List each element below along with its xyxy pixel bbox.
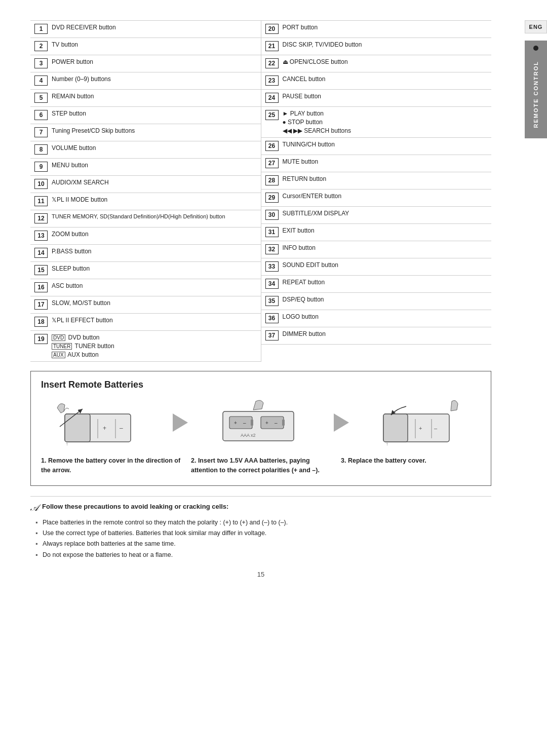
btn-label: TV button [52, 41, 78, 49]
btn-num: 29 [265, 193, 279, 203]
btn-label: ► PLAY button● STOP button◀◀ ▶▶ SEARCH b… [283, 109, 351, 135]
batteries-steps: 1. Remove the battery cover in the direc… [41, 456, 481, 475]
btn-label: EXIT button [283, 226, 315, 235]
btn-label: REMAIN button [52, 92, 94, 101]
btn-num: 24 [265, 93, 279, 103]
diagram-replace-svg: ↑ + – [376, 399, 467, 447]
btn-label: DISC SKIP, TV/VIDEO button [283, 41, 362, 49]
eng-tab: ENG [525, 20, 547, 33]
btn-num: 34 [265, 279, 279, 289]
button-row-7: 7Tuning Preset/CD Skip buttons [30, 124, 261, 141]
btn-label: POWER button [52, 58, 93, 66]
btn-label: TUNER MEMORY, SD(Standard Definition)/HD… [52, 213, 225, 220]
button-row-6: 6STEP button [30, 107, 261, 124]
button-row-4: 4Number (0–9) buttons [30, 72, 261, 90]
btn-label: SOUND EDIT button [283, 261, 338, 270]
btn-num: 2 [34, 41, 48, 51]
btn-num: 30 [265, 210, 279, 220]
btn-label: SLEEP button [52, 264, 90, 273]
svg-rect-13 [282, 420, 285, 426]
btn-num: 31 [265, 227, 279, 237]
button-row-36: 36LOGO button [261, 310, 492, 327]
left-column: 1DVD RECEIVER button2TV button3POWER but… [30, 21, 261, 362]
btn-num: 1 [34, 24, 48, 34]
precaution-item: Place batteries in the remote control so… [35, 517, 491, 528]
btn-label: INFO button [283, 244, 316, 252]
btn-num: 33 [265, 261, 279, 272]
batteries-title: Insert Remote Batteries [41, 380, 481, 390]
btn-num: 20 [265, 24, 279, 34]
button-row-24: 24PAUSE button [261, 90, 492, 107]
arrow-1 [168, 413, 193, 432]
svg-text:+: + [234, 420, 237, 426]
tab-dot [533, 46, 538, 51]
precaution-item: Use the correct type of batteries. Batte… [35, 528, 491, 539]
button-row-12: 12TUNER MEMORY, SD(Standard Definition)/… [30, 210, 261, 228]
svg-rect-8 [229, 417, 252, 429]
svg-text:–: – [275, 420, 278, 426]
btn-label: Tuning Preset/CD Skip buttons [52, 127, 135, 135]
btn-num: 28 [265, 175, 279, 185]
btn-num: 6 [34, 110, 48, 120]
button-row-10: 10AUDIO/XM SEARCH [30, 176, 261, 193]
svg-text:–: – [243, 420, 246, 426]
btn-num: 27 [265, 158, 279, 168]
btn-label: DIMMER button [283, 330, 326, 338]
right-column: 20PORT button21DISC SKIP, TV/VIDEO butto… [261, 21, 492, 362]
button-row-26: 26TUNING/CH button [261, 138, 492, 155]
batteries-section: Insert Remote Batteries [30, 371, 491, 486]
button-row-3: 3POWER button [30, 55, 261, 72]
svg-text:+: + [419, 425, 422, 431]
btn-label: VOLUME button [52, 144, 96, 153]
button-row-21: 21DISC SKIP, TV/VIDEO button [261, 38, 492, 55]
btn-label: SUBTITLE/XM DISPLAY [283, 209, 349, 218]
btn-num: 36 [265, 313, 279, 323]
btn-num: 8 [34, 144, 48, 155]
button-row-34: 34REPEAT button [261, 276, 492, 293]
svg-text:+: + [265, 420, 268, 426]
batteries-diagrams: + – ↑ + – [41, 397, 481, 448]
btn-label: LOGO button [283, 313, 319, 321]
diagram-insert-svg: + – + – AAA x2 [215, 399, 306, 447]
btn-label: AUDIO/XM SEARCH [52, 178, 109, 187]
btn-label: DVD DVD buttonTUNER TUNER buttonAUX AUX … [52, 333, 114, 359]
btn-label: MUTE button [283, 158, 319, 166]
battery-step: 3. Replace the battery cover. [341, 456, 481, 475]
button-row-35: 35DSP/EQ button [261, 293, 492, 310]
btn-num: 13 [34, 231, 48, 241]
btn-num: 14 [34, 248, 48, 258]
button-row-32: 32INFO button [261, 241, 492, 258]
button-row-18: 18𝕏PL II EFFECT button [30, 314, 261, 331]
btn-label: ASC button [52, 282, 83, 290]
diagram-remove-svg: + – ↑ [55, 399, 146, 447]
button-row-13: 13ZOOM button [30, 228, 261, 245]
button-row-5: 5REMAIN button [30, 90, 261, 107]
button-row-9: 9MENU button [30, 159, 261, 176]
button-row-20: 20PORT button [261, 21, 492, 38]
btn-label: CANCEL button [283, 75, 326, 84]
svg-rect-18 [383, 414, 408, 442]
btn-num: 18 [34, 317, 48, 327]
btn-num: 12 [34, 213, 48, 223]
btn-num: 17 [34, 299, 48, 310]
arrow-2 [329, 413, 354, 432]
svg-rect-12 [261, 417, 284, 429]
btn-num: 9 [34, 162, 48, 172]
btn-num: 11 [34, 196, 48, 206]
battery-step: 1. Remove the battery cover in the direc… [41, 456, 181, 475]
precautions-icon: 𝒜 [30, 503, 38, 513]
btn-label: 𝕏PL II MODE button [52, 196, 107, 204]
svg-text:↑: ↑ [386, 441, 388, 446]
btn-label: REPEAT button [283, 278, 325, 287]
precaution-item: Always replace both batteries at the sam… [35, 539, 491, 549]
btn-label: TUNING/CH button [283, 140, 335, 149]
button-row-2: 2TV button [30, 38, 261, 55]
btn-num: 37 [265, 330, 279, 341]
svg-text:AAA x2: AAA x2 [241, 433, 256, 438]
btn-label: P.BASS button [52, 247, 92, 256]
btn-num: 7 [34, 127, 48, 137]
btn-num: 23 [265, 75, 279, 86]
btn-num: 32 [265, 244, 279, 254]
svg-rect-1 [65, 414, 90, 442]
btn-label: 𝕏PL II EFFECT button [52, 316, 113, 325]
